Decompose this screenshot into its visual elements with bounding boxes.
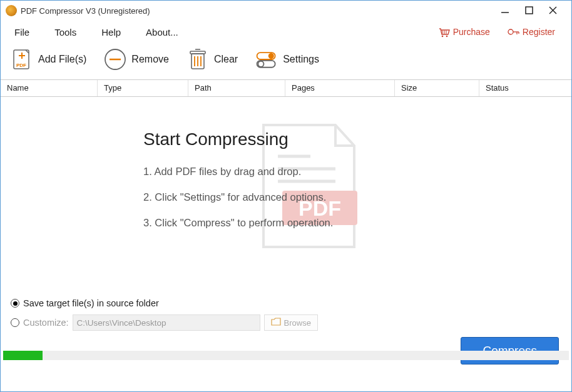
intro-heading: Start Compressing bbox=[143, 129, 571, 149]
window-controls bbox=[501, 6, 569, 15]
toolbar: PDF Add File(s) Remove Cle bbox=[1, 43, 571, 79]
output-path-input[interactable] bbox=[73, 314, 260, 331]
purchase-link[interactable]: Purchase bbox=[438, 27, 490, 37]
window-title: PDF Compressor V3 (Unregistered) bbox=[21, 6, 501, 16]
app-icon bbox=[6, 5, 17, 16]
column-size[interactable]: Size bbox=[395, 80, 479, 96]
maximize-icon[interactable] bbox=[525, 6, 534, 15]
table-header: Name Type Path Pages Size Status bbox=[1, 79, 571, 97]
close-icon[interactable] bbox=[549, 6, 558, 15]
customize-radio[interactable] bbox=[11, 318, 19, 327]
svg-text:PDF: PDF bbox=[16, 63, 26, 68]
intro-step-1: 1. Add PDF files by drag and drop. bbox=[143, 166, 571, 178]
progress-bar bbox=[3, 351, 569, 360]
purchase-label: Purchase bbox=[453, 27, 490, 37]
column-pages[interactable]: Pages bbox=[285, 80, 395, 96]
clear-label: Clear bbox=[214, 54, 238, 65]
svg-point-29 bbox=[258, 61, 264, 67]
menu-help[interactable]: Help bbox=[93, 24, 130, 40]
remove-icon bbox=[103, 47, 128, 72]
svg-point-4 bbox=[441, 35, 443, 37]
menu-file[interactable]: File bbox=[6, 24, 38, 40]
svg-rect-1 bbox=[526, 7, 533, 14]
save-source-radio[interactable] bbox=[11, 299, 19, 308]
toggle-icon bbox=[254, 47, 279, 72]
title-bar: PDF Compressor V3 (Unregistered) bbox=[1, 1, 571, 21]
menu-tools[interactable]: Tools bbox=[46, 24, 85, 40]
browse-label: Browse bbox=[284, 318, 311, 328]
column-path[interactable]: Path bbox=[188, 80, 285, 96]
customize-label: Customize: bbox=[23, 318, 69, 328]
output-options: Save target file(s) in source folder Cus… bbox=[1, 292, 571, 351]
browse-button[interactable]: Browse bbox=[264, 314, 318, 331]
trash-icon bbox=[185, 47, 210, 72]
empty-state[interactable]: PDF Start Compressing 1. Add PDF files b… bbox=[1, 97, 571, 292]
menu-about[interactable]: About... bbox=[137, 24, 187, 40]
remove-label: Remove bbox=[131, 54, 169, 65]
folder-icon bbox=[271, 318, 281, 328]
settings-button[interactable]: Settings bbox=[248, 44, 325, 74]
svg-point-27 bbox=[268, 53, 274, 59]
intro-step-3: 3. Click "Compress" to perform operation… bbox=[143, 217, 571, 229]
key-icon bbox=[508, 28, 519, 37]
add-file-icon: PDF bbox=[9, 47, 34, 72]
column-status[interactable]: Status bbox=[479, 80, 571, 96]
remove-button[interactable]: Remove bbox=[96, 44, 175, 74]
progress-fill bbox=[3, 351, 43, 360]
register-label: Register bbox=[523, 27, 555, 37]
minimize-icon[interactable] bbox=[501, 6, 510, 15]
column-name[interactable]: Name bbox=[1, 80, 98, 96]
clear-button[interactable]: Clear bbox=[179, 44, 244, 74]
settings-label: Settings bbox=[283, 54, 319, 65]
add-files-button[interactable]: PDF Add File(s) bbox=[3, 44, 93, 74]
add-files-label: Add File(s) bbox=[38, 54, 86, 65]
save-source-label: Save target file(s) in source folder bbox=[23, 298, 159, 308]
register-link[interactable]: Register bbox=[508, 27, 555, 37]
svg-rect-21 bbox=[190, 51, 205, 54]
cart-icon bbox=[438, 28, 449, 37]
intro-step-2: 2. Click "Settings" for advanced options… bbox=[143, 191, 571, 203]
svg-point-9 bbox=[508, 29, 513, 34]
svg-point-5 bbox=[446, 35, 447, 37]
menu-bar: File Tools Help About... Purchase bbox=[1, 21, 571, 43]
column-type[interactable]: Type bbox=[98, 80, 188, 96]
